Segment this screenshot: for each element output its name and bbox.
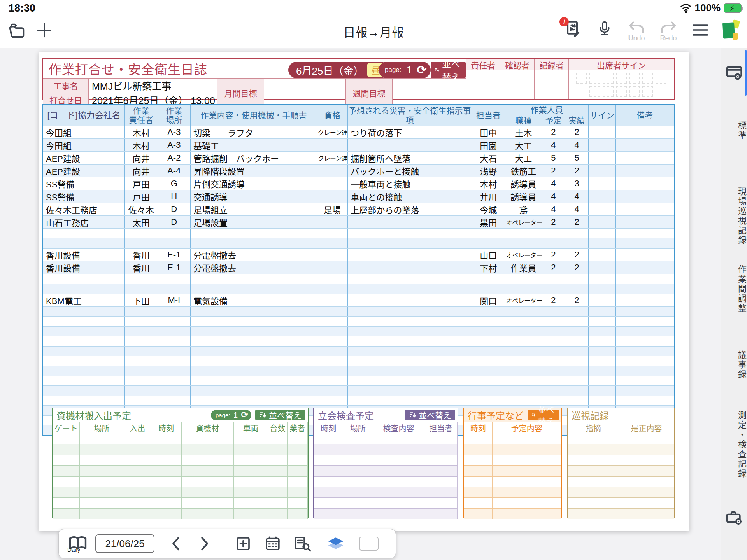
section-cell[interactable] <box>568 508 619 519</box>
cell-actual[interactable]: 2 <box>565 216 589 229</box>
cell-qualification[interactable] <box>317 386 348 396</box>
cell-sign[interactable] <box>589 336 616 346</box>
cell-trade[interactable] <box>505 386 542 396</box>
cell-trade[interactable] <box>505 356 542 366</box>
cell-trade[interactable] <box>505 376 542 385</box>
page-pill[interactable]: page: 1 ⟳ <box>379 62 431 78</box>
section-cell[interactable] <box>234 498 268 508</box>
cell-company[interactable]: 今田組 <box>43 126 125 139</box>
section-cell[interactable] <box>619 487 674 497</box>
cell-manager[interactable] <box>125 386 158 396</box>
cell-actual[interactable] <box>565 346 589 356</box>
cell-person[interactable]: 田中 <box>472 126 505 139</box>
cell-remarks[interactable] <box>615 356 674 366</box>
cell-remarks[interactable] <box>615 294 674 306</box>
cell-hazard[interactable] <box>348 284 472 294</box>
cell-trade[interactable] <box>505 326 542 336</box>
section-cell[interactable] <box>373 466 424 476</box>
sidebar-tab-1[interactable]: 標準 <box>721 121 747 140</box>
project-name-value[interactable]: MMJビル新築工事 <box>89 79 217 93</box>
cell-qualification[interactable]: 足場 <box>317 203 348 216</box>
section-cell[interactable] <box>151 498 182 508</box>
cell-manager[interactable] <box>125 229 158 238</box>
cell-qualification[interactable] <box>317 261 348 274</box>
cell-planned[interactable] <box>542 274 565 284</box>
section-cell[interactable] <box>268 498 287 508</box>
cell-place[interactable] <box>158 336 190 346</box>
cell-trade[interactable]: 誘導員 <box>505 177 542 190</box>
inspection-sort-button[interactable]: 並べ替え <box>405 410 455 420</box>
cell-sign[interactable] <box>589 152 616 164</box>
cell-work[interactable]: 基礎工 <box>190 139 317 152</box>
cell-person[interactable]: 下村 <box>472 261 505 274</box>
section-cell[interactable] <box>79 476 124 487</box>
date-pill[interactable]: 6月25日（金） 昼 <box>288 62 389 78</box>
sign-box[interactable] <box>629 86 640 97</box>
cell-planned[interactable] <box>542 284 565 294</box>
cell-actual[interactable] <box>565 396 589 405</box>
section-cell[interactable] <box>314 455 343 466</box>
cell-place[interactable] <box>158 317 190 326</box>
section-cell[interactable] <box>492 487 561 497</box>
section-cell[interactable] <box>492 466 561 476</box>
cell-sign[interactable] <box>589 238 616 248</box>
section-cell[interactable] <box>287 434 307 444</box>
section-cell[interactable] <box>234 476 268 487</box>
section-cell[interactable] <box>79 508 124 519</box>
section-cell[interactable] <box>619 455 674 466</box>
cell-company[interactable] <box>43 317 125 326</box>
cell-sign[interactable] <box>589 164 616 177</box>
cell-sign[interactable] <box>589 366 616 376</box>
cell-remarks[interactable] <box>615 177 674 190</box>
cell-person[interactable]: 井川 <box>472 190 505 203</box>
cell-person[interactable] <box>472 326 505 336</box>
cell-remarks[interactable] <box>615 261 674 274</box>
cell-remarks[interactable] <box>615 396 674 405</box>
section-cell[interactable] <box>181 434 233 444</box>
cell-qualification[interactable] <box>317 164 348 177</box>
cell-actual[interactable]: 2 <box>565 164 589 177</box>
cell-person[interactable] <box>472 376 505 385</box>
checker-cell[interactable] <box>500 70 534 99</box>
cell-place[interactable]: G <box>158 177 190 190</box>
cell-actual[interactable]: 2 <box>565 248 589 261</box>
cell-company[interactable] <box>43 326 125 336</box>
cell-planned[interactable] <box>542 346 565 356</box>
section-cell[interactable] <box>568 466 619 476</box>
cell-qualification[interactable]: クレーン運転 <box>317 126 348 139</box>
section-cell[interactable] <box>79 466 124 476</box>
cell-hazard[interactable] <box>348 274 472 284</box>
menu-button[interactable] <box>690 23 710 37</box>
cell-remarks[interactable] <box>615 284 674 294</box>
cell-qualification[interactable] <box>317 177 348 190</box>
cell-place[interactable] <box>158 306 190 316</box>
cell-work[interactable] <box>190 326 317 336</box>
cell-manager[interactable]: 香川 <box>125 248 158 261</box>
cell-hazard[interactable]: 掘削箇所へ墜落 <box>348 152 472 164</box>
cell-company[interactable] <box>43 229 125 238</box>
section-cell[interactable] <box>424 487 458 497</box>
cell-actual[interactable] <box>565 229 589 238</box>
cell-company[interactable]: AEP建設 <box>43 164 125 177</box>
section-cell[interactable] <box>151 466 182 476</box>
cell-planned[interactable]: 5 <box>542 152 565 164</box>
sign-box[interactable] <box>576 73 587 84</box>
cell-company[interactable]: 香川設備 <box>43 261 125 274</box>
cell-hazard[interactable] <box>348 346 472 356</box>
section-cell[interactable] <box>287 466 307 476</box>
calendar-button[interactable] <box>258 536 288 551</box>
cell-work[interactable] <box>190 346 317 356</box>
section-cell[interactable] <box>424 508 458 519</box>
section-cell[interactable] <box>464 434 493 444</box>
cell-trade[interactable]: 大工 <box>505 139 542 152</box>
cell-manager[interactable] <box>125 396 158 405</box>
section-cell[interactable] <box>79 455 124 466</box>
cell-planned[interactable]: 4 <box>542 190 565 203</box>
section-cell[interactable] <box>568 434 619 444</box>
section-cell[interactable] <box>492 444 561 455</box>
cell-trade[interactable] <box>505 229 542 238</box>
section-cell[interactable] <box>492 508 561 519</box>
cell-actual[interactable] <box>565 336 589 346</box>
cell-qualification[interactable] <box>317 346 348 356</box>
cell-qualification[interactable] <box>317 336 348 346</box>
